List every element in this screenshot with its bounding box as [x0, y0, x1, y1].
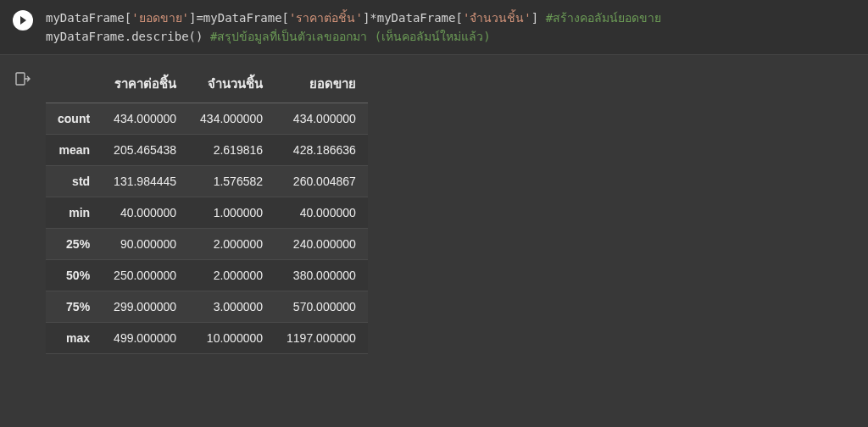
table-row: min 40.000000 1.000000 40.000000 [46, 197, 368, 229]
code-editor[interactable]: myDataFrame['ยอดขาย']=myDataFrame['ราคาต… [46, 8, 661, 46]
code-token: myDataFrame.describe() [46, 30, 210, 43]
cell-value: 380.000000 [275, 260, 368, 291]
table-row: count 434.000000 434.000000 434.000000 [46, 103, 368, 135]
row-index: std [46, 166, 102, 197]
output-area: ราคาต่อชิ้น จำนวนชิ้น ยอดขาย count 434.0… [0, 55, 868, 354]
cell-value: 40.000000 [102, 197, 188, 229]
table-body: count 434.000000 434.000000 434.000000 m… [46, 103, 368, 354]
row-index: min [46, 197, 102, 229]
cell-value: 250.000000 [102, 260, 188, 291]
table-row: mean 205.465438 2.619816 428.186636 [46, 135, 368, 166]
code-token-string: 'ราคาต่อชิ้น' [289, 11, 363, 25]
code-token: ]=myDataFrame[ [189, 11, 289, 25]
table-header: ราคาต่อชิ้น จำนวนชิ้น ยอดขาย [46, 65, 368, 103]
cell-value: 1197.000000 [275, 323, 368, 354]
cell-value: 260.004867 [275, 166, 368, 197]
cell-gutter [0, 8, 46, 46]
code-token: ] [531, 11, 546, 25]
code-token: ]*myDataFrame[ [363, 11, 463, 25]
table-row: 50% 250.000000 2.000000 380.000000 [46, 260, 368, 291]
row-index: 75% [46, 291, 102, 323]
row-index: 25% [46, 229, 102, 260]
cell-value: 240.000000 [275, 229, 368, 260]
cell-value: 299.000000 [102, 291, 188, 323]
table-column-header: ราคาต่อชิ้น [102, 65, 188, 103]
table-corner [46, 65, 102, 103]
cell-value: 1.000000 [188, 197, 275, 229]
cell-value: 434.000000 [188, 103, 275, 135]
svg-rect-0 [16, 73, 25, 85]
cell-value: 2.619816 [188, 135, 275, 166]
row-index: 50% [46, 260, 102, 291]
cell-value: 428.186636 [275, 135, 368, 166]
code-token-string: 'ยอดขาย' [131, 11, 189, 25]
code-cell: myDataFrame['ยอดขาย']=myDataFrame['ราคาต… [0, 0, 868, 55]
cell-value: 205.465438 [102, 135, 188, 166]
row-index: mean [46, 135, 102, 166]
table-row: 25% 90.000000 2.000000 240.000000 [46, 229, 368, 260]
cell-value: 90.000000 [102, 229, 188, 260]
cell-value: 2.000000 [188, 229, 275, 260]
play-icon [18, 15, 28, 25]
cell-value: 40.000000 [275, 197, 368, 229]
run-button[interactable] [13, 10, 33, 30]
describe-table: ราคาต่อชิ้น จำนวนชิ้น ยอดขาย count 434.0… [46, 65, 368, 354]
cell-value: 3.000000 [188, 291, 275, 323]
code-token: myDataFrame[ [46, 11, 131, 25]
code-token-comment: #สร้างคอลัมน์ยอดขาย [546, 11, 661, 25]
cell-value: 499.000000 [102, 323, 188, 354]
table-row: max 499.000000 10.000000 1197.000000 [46, 323, 368, 354]
cell-value: 570.000000 [275, 291, 368, 323]
code-token-string: 'จำนวนชิ้น' [463, 11, 531, 25]
output-content: ราคาต่อชิ้น จำนวนชิ้น ยอดขาย count 434.0… [46, 65, 368, 354]
cell-value: 131.984445 [102, 166, 188, 197]
cell-value: 434.000000 [102, 103, 188, 135]
cell-value: 1.576582 [188, 166, 275, 197]
table-row: std 131.984445 1.576582 260.004867 [46, 166, 368, 197]
code-token-comment: #สรุปข้อมูลที่เป็นตัวเลขออกมา (เห็นคอลัม… [210, 30, 491, 43]
row-index: max [46, 323, 102, 354]
cell-value: 10.000000 [188, 323, 275, 354]
cell-value: 2.000000 [188, 260, 275, 291]
output-gutter [0, 65, 46, 354]
cell-value: 434.000000 [275, 103, 368, 135]
row-index: count [46, 103, 102, 135]
table-column-header: ยอดขาย [275, 65, 368, 103]
table-column-header: จำนวนชิ้น [188, 65, 275, 103]
table-row: 75% 299.000000 3.000000 570.000000 [46, 291, 368, 323]
output-icon [14, 70, 31, 87]
